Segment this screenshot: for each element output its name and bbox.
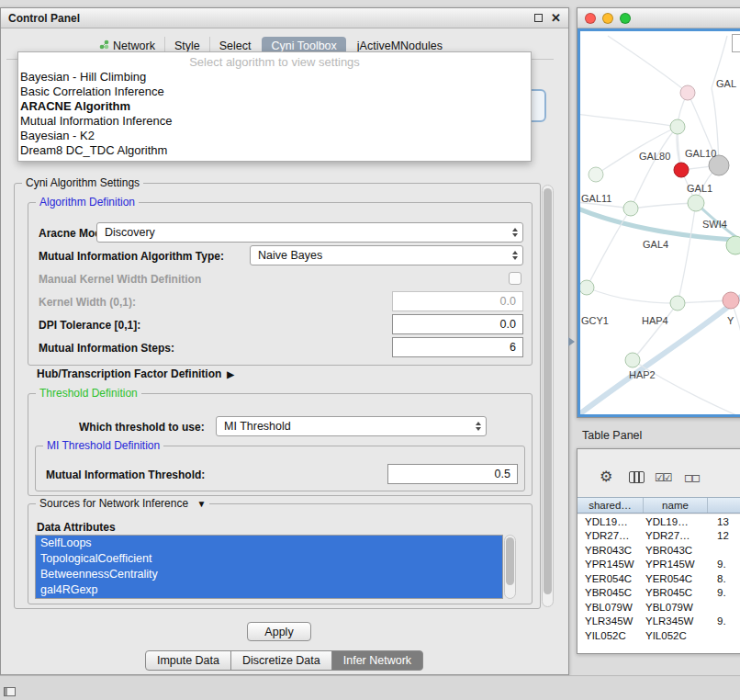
- table-row[interactable]: YIL052CYIL052C: [577, 628, 740, 643]
- table-settings-gear-icon[interactable]: ⚙: [600, 468, 612, 485]
- settings-group-title: Cyni Algorithm Settings: [22, 176, 143, 189]
- node-label-hap4: HAP4: [642, 315, 668, 326]
- sources-section-toggle[interactable]: Sources for Network Inference ▼: [36, 497, 209, 510]
- network-node[interactable]: [670, 119, 685, 134]
- data-attributes-label: Data Attributes: [37, 521, 116, 534]
- threshold-definition-title: Threshold Definition: [36, 387, 141, 400]
- bottom-dock-strip: [0, 675, 740, 700]
- network-icon: [99, 40, 109, 52]
- scrollbar-thumb[interactable]: [506, 537, 514, 585]
- network-node[interactable]: [723, 292, 739, 309]
- table-cell: 9.: [708, 615, 740, 627]
- table-cell: YDR27…: [644, 530, 708, 541]
- mi-steps-field[interactable]: 6: [392, 337, 523, 357]
- network-node[interactable]: [680, 85, 695, 100]
- network-edge: [731, 300, 740, 380]
- panel-splitter-arrow[interactable]: [568, 337, 575, 346]
- table-cell: YIL052C: [577, 630, 644, 641]
- table-row[interactable]: YPR145WYPR145W9.: [577, 558, 740, 572]
- table-cell: YBR045C: [644, 587, 708, 598]
- kernel-width-value: 0.0: [500, 295, 516, 308]
- table-row[interactable]: YBL079WYBL079W: [577, 600, 740, 615]
- attribute-item-topologicalcoefficient[interactable]: TopologicalCoefficient: [36, 551, 502, 567]
- dpi-tolerance-field[interactable]: 0.0: [392, 314, 523, 334]
- algorithm-option-bayesian-hill-climbing[interactable]: Bayesian - Hill Climbing: [18, 70, 531, 85]
- data-attributes-list[interactable]: SelfLoopsTopologicalCoefficientBetweenne…: [35, 535, 503, 599]
- collapse-down-icon: ▼: [196, 499, 206, 509]
- traffic-lights: [585, 13, 631, 24]
- table-row[interactable]: YDL19…YDL19…13: [577, 514, 740, 529]
- network-node[interactable]: [589, 167, 603, 182]
- column-header-shared-name[interactable]: shared…: [577, 498, 644, 513]
- bottom-tab-infer-network[interactable]: Infer Network: [331, 650, 423, 671]
- algorithm-option-basic-correlation-inference[interactable]: Basic Correlation Inference: [18, 85, 531, 99]
- network-edge: [633, 360, 736, 415]
- table-cell: YBL079W: [577, 602, 644, 613]
- which-threshold-select[interactable]: MI Threshold: [216, 416, 487, 436]
- network-node[interactable]: [674, 163, 689, 177]
- scrollbar-thumb[interactable]: [544, 188, 552, 594]
- network-window-titlebar[interactable]: [577, 8, 740, 28]
- attribute-item-betweennesscentrality[interactable]: BetweennessCentrality: [36, 567, 502, 582]
- manual-kernel-width-checkbox[interactable]: [509, 272, 521, 285]
- network-node[interactable]: [670, 296, 685, 310]
- table-row[interactable]: YER054CYER054C8.: [577, 571, 740, 586]
- show-panel-icon[interactable]: [4, 687, 16, 696]
- table-row[interactable]: YBR045CYBR045C9.: [577, 586, 740, 601]
- column-chooser-icon[interactable]: [629, 471, 645, 483]
- hub-section-toggle[interactable]: Hub/Transcription Factor Definition▶: [37, 367, 234, 380]
- column-header-clipped[interactable]: [708, 498, 740, 513]
- mi-algorithm-type-label: Mutual Information Algorithm Type:: [39, 250, 224, 263]
- attribute-item-gal4rgexp[interactable]: gal4RGexp: [36, 582, 502, 598]
- table-cell: YER054C: [577, 573, 644, 584]
- network-edge: [608, 36, 688, 93]
- close-traffic-light-icon[interactable]: [585, 13, 596, 24]
- table-row[interactable]: YBR043CYBR043C: [577, 543, 740, 558]
- table-row[interactable]: YDR27…YDR27…12: [577, 529, 740, 544]
- network-canvas-svg[interactable]: GALGAL80GAL10GAL11GAL1SWI4GAL4GCY1HAP4YH…: [580, 31, 740, 415]
- select-all-icon[interactable]: ☑☑: [655, 471, 671, 484]
- settings-scrollbar[interactable]: [542, 185, 554, 607]
- algorithm-dropdown-placeholder: Select algorithm to view settings: [18, 54, 531, 70]
- network-node[interactable]: [580, 280, 594, 295]
- network-node[interactable]: [625, 353, 640, 367]
- table-row[interactable]: YLR345WYLR345W9.: [577, 615, 740, 629]
- float-window-icon[interactable]: [534, 14, 543, 22]
- algorithm-option-mutual-information-inference[interactable]: Mutual Information Inference: [18, 114, 531, 129]
- control-panel-titlebar[interactable]: Control Panel ✕: [1, 8, 568, 28]
- table-header-row: shared… name: [577, 497, 740, 514]
- network-node[interactable]: [688, 195, 704, 211]
- network-edge: [580, 114, 678, 127]
- network-edge: [580, 288, 740, 415]
- bottom-tab-impute-data[interactable]: Impute Data: [145, 650, 231, 671]
- mi-steps-value: 6: [510, 341, 516, 354]
- algorithm-option-dream8-dc-tdc-algorithm[interactable]: Dream8 DC_TDC Algorithm: [18, 143, 531, 158]
- close-icon[interactable]: ✕: [551, 14, 561, 23]
- kernel-width-field[interactable]: 0.0: [392, 291, 523, 311]
- algorithm-option-aracne-algorithm[interactable]: ARACNE Algorithm: [18, 99, 531, 114]
- mi-algorithm-type-select[interactable]: Naive Bayes: [250, 245, 523, 265]
- mi-threshold-label: Mutual Information Threshold:: [46, 469, 205, 481]
- deselect-all-icon[interactable]: ◻◻: [684, 471, 699, 484]
- apply-button[interactable]: Apply: [247, 622, 311, 641]
- algorithm-definition-title: Algorithm Definition: [36, 196, 139, 209]
- zoom-traffic-light-icon[interactable]: [620, 13, 631, 24]
- aracne-mode-select[interactable]: Discovery: [96, 222, 523, 243]
- mi-threshold-field[interactable]: 0.5: [387, 464, 518, 484]
- attribute-item-selfloops[interactable]: SelfLoops: [36, 536, 502, 551]
- network-scrollbar[interactable]: [732, 34, 740, 52]
- table-cell: YBR043C: [577, 545, 644, 556]
- sources-title: Sources for Network Inference: [39, 497, 188, 510]
- kernel-width-label: Kernel Width (0,1):: [39, 296, 136, 309]
- network-node[interactable]: [726, 236, 740, 254]
- combo-arrows-icon: [476, 422, 481, 431]
- combo-arrows-icon: [512, 228, 518, 237]
- network-canvas[interactable]: GALGAL80GAL10GAL11GAL1SWI4GAL4GCY1HAP4YH…: [577, 28, 740, 417]
- bottom-tab-discretize-data[interactable]: Discretize Data: [230, 650, 332, 671]
- table-cell: YPR145W: [577, 559, 644, 570]
- network-node[interactable]: [623, 201, 638, 216]
- column-header-name[interactable]: name: [644, 498, 708, 513]
- algorithm-option-bayesian-k2[interactable]: Bayesian - K2: [18, 129, 531, 143]
- attributes-scrollbar[interactable]: [504, 535, 516, 599]
- minimize-traffic-light-icon[interactable]: [602, 13, 613, 24]
